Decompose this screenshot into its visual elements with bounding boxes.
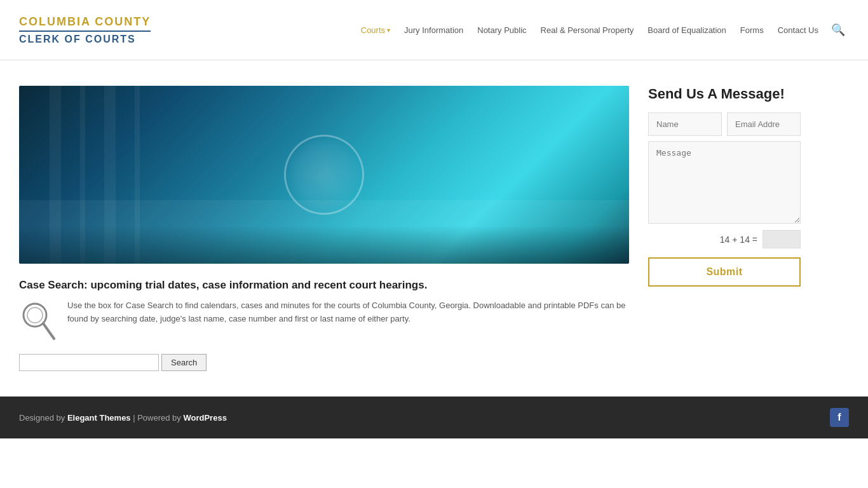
bar-2	[80, 86, 85, 264]
left-column: Case Search: upcoming trial dates, case …	[19, 86, 629, 371]
svg-line-2	[43, 323, 54, 339]
site-header: COLUMBIA COUNTY CLERK OF COURTS Courts ▾…	[0, 0, 868, 60]
site-logo: COLUMBIA COUNTY CLERK OF COURTS	[19, 15, 151, 45]
logo-top-text: COLUMBIA COUNTY	[19, 15, 151, 29]
header-search-button[interactable]: 🔍	[827, 20, 849, 39]
case-search-description: Use the box for Case Search to find cale…	[67, 299, 629, 326]
main-content: Case Search: upcoming trial dates, case …	[0, 60, 868, 396]
case-search-form: Search	[19, 354, 629, 371]
footer-text-middle: | Powered by	[131, 413, 184, 423]
contact-form: 14 + 14 = Submit	[648, 112, 801, 287]
nav-courts[interactable]: Courts ▾	[356, 22, 395, 39]
corridor-decoration	[19, 86, 629, 264]
chevron-down-icon: ▾	[387, 27, 390, 34]
facebook-icon[interactable]: f	[830, 408, 849, 427]
case-search-title: Case Search: upcoming trial dates, case …	[19, 279, 629, 292]
elegant-themes-link[interactable]: Elegant Themes	[67, 413, 131, 423]
main-nav: Courts ▾ Jury Information Notary Public …	[356, 20, 849, 39]
captcha-row: 14 + 14 =	[648, 230, 801, 248]
nav-notary[interactable]: Notary Public	[472, 22, 531, 39]
wordpress-link[interactable]: WordPress	[183, 413, 226, 423]
site-footer: Designed by Elegant Themes | Powered by …	[0, 396, 868, 438]
captcha-label: 14 + 14 =	[720, 234, 757, 245]
submit-button[interactable]: Submit	[648, 257, 801, 287]
message-textarea[interactable]	[648, 141, 801, 224]
bar-3	[104, 86, 116, 264]
nav-equalization[interactable]: Board of Equalization	[642, 22, 731, 39]
floor-reflection	[19, 200, 629, 264]
email-input[interactable]	[727, 112, 801, 136]
hero-image	[19, 86, 629, 264]
footer-text-before: Designed by	[19, 413, 67, 423]
case-search-body: Use the box for Case Search to find cale…	[19, 299, 629, 344]
magnifier-icon	[19, 299, 57, 344]
bar-4	[135, 86, 140, 264]
svg-point-1	[27, 308, 43, 323]
name-email-row	[648, 112, 801, 136]
nav-contact[interactable]: Contact Us	[773, 22, 824, 39]
case-search-section: Case Search: upcoming trial dates, case …	[19, 279, 629, 371]
nav-property[interactable]: Real & Personal Property	[536, 22, 639, 39]
bar-1	[50, 86, 61, 264]
right-column: Send Us A Message! 14 + 14 = Submit	[648, 86, 801, 371]
nav-jury[interactable]: Jury Information	[399, 22, 468, 39]
contact-form-title: Send Us A Message!	[648, 86, 801, 102]
search-button[interactable]: Search	[161, 354, 207, 371]
captcha-input[interactable]	[763, 230, 801, 248]
nav-forms[interactable]: Forms	[735, 22, 769, 39]
search-input[interactable]	[19, 354, 159, 371]
footer-credits: Designed by Elegant Themes | Powered by …	[19, 413, 227, 423]
name-input[interactable]	[648, 112, 722, 136]
logo-bottom-text: CLERK OF COURTS	[19, 30, 151, 45]
nav-courts-label: Courts	[361, 25, 385, 35]
